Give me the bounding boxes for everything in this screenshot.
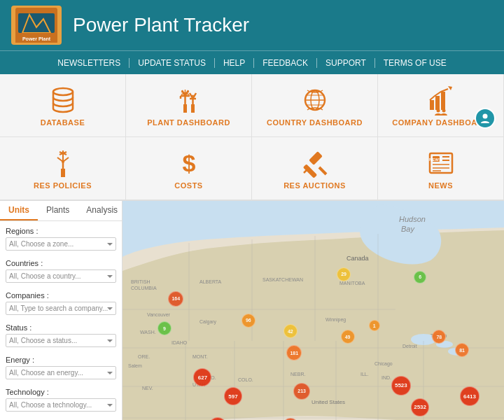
costs-cell[interactable]: $ COSTS bbox=[126, 137, 252, 200]
map-marker[interactable]: 6 bbox=[414, 271, 426, 284]
svg-text:NEBR.: NEBR. bbox=[290, 372, 305, 377]
nav-feedback[interactable]: FEEDBACK bbox=[254, 58, 317, 68]
tab-units[interactable]: Units bbox=[0, 201, 38, 220]
svg-line-38 bbox=[63, 158, 69, 162]
nav-terms[interactable]: TERMS OF USE bbox=[375, 58, 455, 68]
svg-rect-44 bbox=[309, 151, 323, 165]
costs-label: COSTS bbox=[174, 181, 202, 190]
status-select[interactable]: All, Choose a status... bbox=[6, 334, 116, 347]
commissioning-filter: Date of commissioning (Year) : To bbox=[0, 414, 122, 420]
res-auctions-icon bbox=[300, 148, 330, 178]
map-marker[interactable]: 213 bbox=[293, 383, 310, 400]
energy-select[interactable]: All, Choose an energy... bbox=[6, 366, 116, 379]
svg-text:United States: United States bbox=[312, 399, 345, 405]
costs-icon: $ bbox=[174, 148, 204, 178]
svg-text:Vancouver: Vancouver bbox=[147, 312, 171, 317]
map-marker[interactable]: 6413 bbox=[460, 386, 479, 406]
plant-icon bbox=[174, 85, 204, 115]
technology-select[interactable]: All, Choose a technology... bbox=[6, 398, 116, 412]
map-marker[interactable]: 164 bbox=[168, 291, 183, 307]
map-marker[interactable]: 42 bbox=[284, 324, 298, 338]
map-marker[interactable]: 9 bbox=[158, 321, 172, 335]
map-marker[interactable]: 78 bbox=[432, 330, 446, 344]
svg-text:Salem: Salem bbox=[128, 363, 142, 368]
tab-plants[interactable]: Plants bbox=[38, 201, 78, 220]
svg-line-37 bbox=[57, 158, 63, 162]
svg-text:Calgary: Calgary bbox=[200, 319, 217, 325]
tab-analysis[interactable]: Analysis bbox=[78, 201, 122, 220]
user-avatar[interactable] bbox=[475, 108, 496, 129]
svg-text:Bay: Bay bbox=[401, 225, 415, 233]
companies-label: Companies : bbox=[6, 291, 116, 300]
database-cell[interactable]: DATABASE bbox=[0, 74, 126, 137]
svg-text:$: $ bbox=[182, 150, 195, 176]
svg-text:Chicago: Chicago bbox=[374, 361, 393, 367]
res-policies-label: RES POLICIES bbox=[34, 181, 92, 190]
companies-filter: Companies : All, Type to search a compan… bbox=[0, 286, 122, 318]
nav-support[interactable]: SUPPORT bbox=[317, 58, 375, 68]
nav-update-status[interactable]: UPDATE STATUS bbox=[130, 58, 215, 68]
svg-text:Winnipeg: Winnipeg bbox=[326, 317, 346, 323]
svg-text:IND.: IND. bbox=[382, 375, 391, 380]
svg-text:NEV.: NEV. bbox=[142, 386, 153, 391]
map-area[interactable]: Hudson Bay Canada BRITISH COLUMBIA ALBER… bbox=[122, 201, 504, 420]
svg-text:ORE.: ORE. bbox=[138, 354, 150, 359]
technology-label: Technology : bbox=[6, 388, 116, 396]
res-auctions-cell[interactable]: RES AUCTIONS bbox=[252, 137, 378, 200]
svg-line-46 bbox=[319, 167, 326, 174]
svg-text:SASKATCHEWAN: SASKATCHEWAN bbox=[262, 277, 303, 282]
map-marker[interactable]: 2532 bbox=[411, 398, 429, 416]
status-filter: Status : All, Choose a status... bbox=[0, 318, 122, 350]
svg-rect-30 bbox=[441, 92, 445, 110]
svg-text:MANITOBA: MANITOBA bbox=[340, 281, 365, 286]
svg-point-32 bbox=[436, 108, 440, 112]
filter-tabs: Units Plants Analysis bbox=[0, 201, 122, 221]
nav-newsletters[interactable]: NEWSLETTERS bbox=[49, 58, 130, 68]
plant-dashboard-cell[interactable]: PLANT DASHBOARD bbox=[126, 74, 252, 137]
svg-text:Canada: Canada bbox=[346, 255, 369, 262]
svg-text:Detroit: Detroit bbox=[402, 344, 417, 349]
res-policies-cell[interactable]: RES POLICIES bbox=[0, 137, 126, 200]
regions-select[interactable]: All, Choose a zone... bbox=[6, 237, 116, 251]
svg-text:Power Plant: Power Plant bbox=[22, 36, 51, 41]
map-marker[interactable]: 96 bbox=[241, 314, 255, 328]
svg-text:WASH.: WASH. bbox=[140, 330, 156, 335]
svg-rect-8 bbox=[191, 104, 195, 113]
svg-text:Hudson: Hudson bbox=[399, 215, 426, 223]
plant-dashboard-label: PLANT DASHBOARD bbox=[147, 118, 230, 127]
map-marker[interactable]: 81 bbox=[455, 343, 469, 357]
map-marker[interactable]: 29 bbox=[337, 267, 351, 281]
company-icon bbox=[426, 85, 456, 115]
energy-label: Energy : bbox=[6, 356, 116, 364]
country-dashboard-label: COUNTRY DASHBOARD bbox=[267, 118, 363, 127]
countries-label: Countries : bbox=[6, 259, 116, 267]
map-marker[interactable]: 49 bbox=[341, 330, 355, 344]
svg-rect-7 bbox=[183, 104, 187, 113]
navbar: NEWSLETTERS UPDATE STATUS HELP FEEDBACK … bbox=[0, 50, 504, 74]
svg-rect-29 bbox=[435, 96, 440, 110]
svg-rect-34 bbox=[61, 169, 65, 177]
logo[interactable]: Power Plant bbox=[11, 6, 62, 45]
nav-help[interactable]: HELP bbox=[215, 58, 254, 68]
news-cell[interactable]: NEWS NEWS bbox=[378, 137, 504, 200]
news-icon: NEWS bbox=[426, 148, 456, 178]
regions-filter: Regions : All, Choose a zone... bbox=[0, 221, 122, 253]
map-marker[interactable]: 597 bbox=[224, 387, 242, 405]
country-dashboard-cell[interactable]: COUNTRY DASHBOARD bbox=[252, 74, 378, 137]
countries-filter: Countries : All, Choose a country... bbox=[0, 253, 122, 286]
map-marker[interactable]: 1 bbox=[369, 320, 380, 331]
news-label: NEWS bbox=[428, 181, 453, 190]
companies-select[interactable]: All, Type to search a company... bbox=[6, 302, 116, 315]
svg-text:MONT.: MONT. bbox=[192, 354, 208, 359]
svg-text:NEWS: NEWS bbox=[429, 158, 442, 162]
countries-select[interactable]: All, Choose a country... bbox=[6, 270, 116, 283]
map-marker[interactable]: 5523 bbox=[391, 376, 411, 396]
header: Power Plant Power Plant Tracker bbox=[0, 0, 504, 50]
map-marker[interactable]: 627 bbox=[193, 368, 211, 386]
svg-point-5 bbox=[483, 114, 488, 119]
svg-text:BRITISH: BRITISH bbox=[131, 279, 150, 284]
map-marker[interactable]: 181 bbox=[286, 345, 302, 360]
svg-text:ILL.: ILL. bbox=[360, 372, 369, 377]
regions-label: Regions : bbox=[6, 227, 116, 235]
svg-text:COLO.: COLO. bbox=[238, 377, 253, 382]
